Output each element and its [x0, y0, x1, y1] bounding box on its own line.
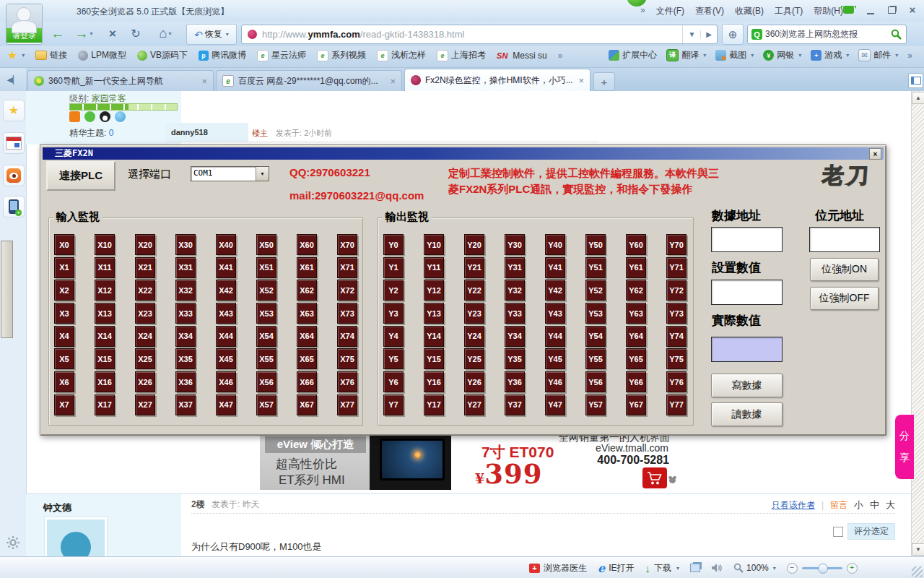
plc-point-Y34[interactable]: Y34	[505, 326, 525, 347]
chevron-down-icon[interactable]: ▾	[895, 52, 898, 59]
force-off-button[interactable]: 位強制OFF	[810, 287, 879, 310]
plc-point-X5[interactable]: X5	[54, 348, 74, 369]
plc-point-X25[interactable]: X25	[135, 348, 155, 369]
plc-point-X33[interactable]: X33	[175, 303, 196, 324]
plc-point-X42[interactable]: X42	[216, 280, 236, 301]
browser-tab[interactable]: e百度云 网盘-29*******1@qq.com的...×	[216, 70, 402, 91]
plc-point-Y11[interactable]: Y11	[424, 257, 444, 278]
plc-point-Y35[interactable]: Y35	[505, 348, 525, 369]
plc-point-Y55[interactable]: Y55	[585, 348, 606, 369]
search-engine-icon[interactable]: Q	[751, 29, 762, 40]
zoom-out-button[interactable]: −	[787, 563, 798, 574]
plc-point-Y1[interactable]: Y1	[383, 257, 404, 278]
plc-point-X36[interactable]: X36	[175, 371, 196, 392]
plc-point-X37[interactable]: X37	[175, 394, 196, 415]
plc-point-X21[interactable]: X21	[135, 257, 155, 278]
forward-button[interactable]: →▾	[71, 24, 96, 43]
bookmark-item[interactable]: e星云法师	[257, 49, 306, 61]
plc-point-X63[interactable]: X63	[297, 303, 317, 324]
plc-point-Y57[interactable]: Y57	[585, 394, 606, 415]
open-in-ie-button[interactable]: e IE打开	[598, 561, 635, 575]
force-on-button[interactable]: 位強制ON	[810, 258, 879, 281]
plc-point-X34[interactable]: X34	[175, 326, 196, 347]
messenger-icon[interactable]	[115, 111, 126, 122]
plc-point-Y62[interactable]: Y62	[626, 280, 646, 301]
windows-panel-icon[interactable]	[690, 564, 700, 572]
plc-point-X60[interactable]: X60	[297, 234, 317, 255]
refresh-button[interactable]: ↻	[126, 24, 145, 43]
plc-point-X62[interactable]: X62	[297, 280, 317, 301]
download-button[interactable]: ↓ 下载 ▾	[645, 562, 680, 574]
tool-item[interactable]: 扩展中心	[609, 49, 657, 61]
plc-point-X1[interactable]: X1	[54, 257, 74, 278]
plc-point-X16[interactable]: X16	[95, 371, 115, 392]
plc-point-Y60[interactable]: Y60	[626, 234, 646, 255]
zoom-in-button[interactable]: +	[847, 563, 858, 574]
go-button[interactable]: ▶	[700, 30, 717, 38]
set-value-input[interactable]	[711, 280, 783, 305]
tab-close-icon[interactable]: ×	[201, 76, 207, 87]
share-tab[interactable]: 分 享	[895, 415, 914, 479]
plc-point-Y61[interactable]: Y61	[626, 257, 646, 278]
plc-point-Y73[interactable]: Y73	[666, 303, 687, 324]
home-button[interactable]: ⌂▾	[152, 24, 179, 43]
write-data-button[interactable]: 寫數據	[711, 374, 783, 397]
menu-item[interactable]: 查看(V)	[695, 5, 724, 17]
plc-point-Y10[interactable]: Y10	[424, 234, 444, 255]
plc-point-X72[interactable]: X72	[337, 280, 357, 301]
favorites-panel-button[interactable]: ★	[3, 100, 25, 121]
plc-point-Y31[interactable]: Y31	[505, 257, 525, 278]
ad-banner[interactable]: eView 倾心打造 超高性价比 ET系列 HMI 7寸 ET070 ¥399 …	[260, 434, 679, 490]
add-friend-icon[interactable]	[84, 111, 95, 122]
post2-author[interactable]: 钟文德	[43, 501, 71, 514]
stop-button[interactable]: ×	[103, 24, 122, 43]
bookmark-item[interactable]: SNMessi su	[497, 49, 547, 61]
plc-point-Y72[interactable]: Y72	[666, 280, 687, 301]
plc-point-Y5[interactable]: Y5	[383, 348, 404, 369]
plc-point-X13[interactable]: X13	[95, 303, 115, 324]
font-small-button[interactable]: 小	[854, 499, 863, 512]
tool-item[interactable]: 译翻译▾	[666, 49, 706, 61]
speaker-icon[interactable]	[69, 111, 80, 122]
chevron-down-icon[interactable]: ▾	[226, 31, 229, 38]
plc-point-Y14[interactable]: Y14	[424, 326, 444, 347]
plc-point-X27[interactable]: X27	[135, 394, 155, 415]
chevron-down-icon[interactable]: ▼	[256, 167, 269, 181]
plc-point-X14[interactable]: X14	[95, 326, 115, 347]
menu-item[interactable]: 收藏(B)	[735, 5, 764, 17]
resize-grip[interactable]	[912, 566, 923, 577]
chevron-down-icon[interactable]: ▾	[168, 30, 171, 37]
search-input[interactable]: 360浏览器上网防忽悠报	[765, 28, 886, 40]
plc-point-X44[interactable]: X44	[216, 326, 236, 347]
security-shield-button[interactable]: ⊕	[722, 24, 744, 45]
plc-point-X45[interactable]: X45	[216, 348, 236, 369]
plc-point-X6[interactable]: X6	[54, 371, 74, 392]
chevron-down-icon[interactable]: ▾	[90, 30, 92, 37]
rate-checkbox[interactable]	[833, 527, 843, 537]
font-medium-button[interactable]: 中	[870, 499, 879, 512]
plc-point-Y2[interactable]: Y2	[383, 280, 404, 301]
browser-doctor-button[interactable]: 浏览器医生	[529, 562, 587, 574]
plc-point-X22[interactable]: X22	[135, 280, 155, 301]
plc-point-X32[interactable]: X32	[175, 280, 196, 301]
plc-point-X20[interactable]: X20	[135, 234, 155, 255]
plc-point-Y64[interactable]: Y64	[626, 326, 646, 347]
plc-point-X24[interactable]: X24	[135, 326, 155, 347]
plc-point-X57[interactable]: X57	[256, 394, 276, 415]
plc-point-Y36[interactable]: Y36	[505, 371, 525, 392]
mobile-panel-button[interactable]	[3, 196, 25, 217]
plc-point-X26[interactable]: X26	[135, 371, 155, 392]
data-address-input[interactable]	[711, 227, 783, 252]
plc-point-Y53[interactable]: Y53	[585, 303, 606, 324]
plc-point-X15[interactable]: X15	[95, 348, 115, 369]
plc-point-X55[interactable]: X55	[256, 348, 276, 369]
avatar[interactable]	[45, 517, 107, 556]
minimize-button[interactable]	[865, 4, 876, 14]
plc-point-X23[interactable]: X23	[135, 303, 155, 324]
plc-point-Y56[interactable]: Y56	[585, 371, 606, 392]
plc-point-X77[interactable]: X77	[337, 394, 357, 415]
bookmark-item[interactable]: VB源码下	[137, 49, 188, 61]
menu-item[interactable]: 帮助(H)	[814, 5, 843, 17]
plc-point-X40[interactable]: X40	[216, 234, 236, 255]
restore-session-button[interactable]: ↶ 恢复 ▾	[186, 24, 237, 45]
